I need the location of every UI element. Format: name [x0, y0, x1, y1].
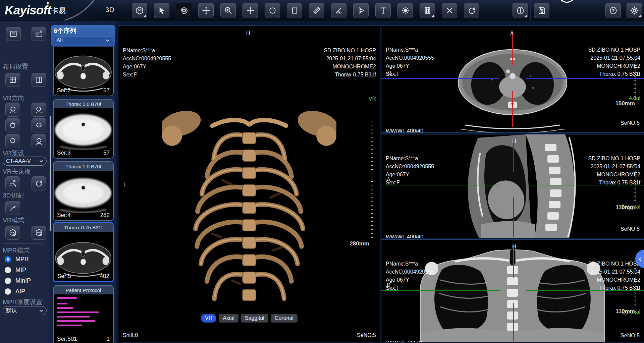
scalpel-button[interactable] [5, 201, 20, 215]
head-left-button[interactable] [5, 103, 20, 117]
series-count-value: 57 [103, 150, 110, 156]
wwwl-zoom-info: WW/WL:400/40Zoom:0.8 [386, 324, 423, 342]
head-top-button[interactable] [5, 118, 20, 132]
head-front-ears-button[interactable] [32, 118, 46, 132]
series-card-ser3[interactable]: Thorax 5.0 B70f Ser:357 [53, 99, 114, 159]
logo-text: Kayisoft [5, 3, 51, 17]
mpr-radio-aip[interactable]: AIP [5, 288, 25, 295]
rotate-3d-button[interactable] [176, 3, 192, 18]
rect-tool-button[interactable] [287, 3, 302, 18]
brightness-button[interactable] [397, 3, 413, 18]
window-level-button[interactable] [420, 3, 435, 18]
delete-button[interactable] [442, 3, 457, 18]
sidebar-divider [29, 26, 29, 42]
dicom-workstation: ✦ Kayisoft卡易 3D 3D [0, 0, 644, 343]
series-ser-label: Ser:501 [57, 336, 77, 342]
radio-selected-icon [5, 256, 11, 263]
orientation-marker-top: H [512, 138, 516, 145]
series-card-ser501[interactable]: Patient Protocol Ser:5011 [53, 285, 114, 343]
cobb-angle-button[interactable] [353, 3, 369, 18]
layout-list-button[interactable] [6, 27, 21, 41]
pan-tool-button[interactable] [198, 3, 214, 18]
coronal-viewport[interactable]: PName:S***aAccNO:0004920555Age:067YSex:F… [381, 239, 644, 342]
save-button[interactable] [534, 3, 549, 18]
chevron-down-icon [39, 309, 43, 312]
cut-3d-label: 3D切割 [3, 191, 23, 200]
vr-mode-vr-button[interactable]: VR [5, 226, 20, 240]
toolbar: ✦ Kayisoft卡易 3D 3D [0, 0, 644, 21]
reset-button[interactable] [464, 3, 479, 18]
patient-info: PName:S***aAccNO:0004920555Age:067YSex:F [386, 244, 434, 308]
view-3d-button[interactable]: 3D [132, 3, 147, 18]
pointer-tool-button[interactable] [154, 3, 169, 18]
scale-ruler [371, 121, 373, 241]
mode-label: 3D [105, 6, 114, 14]
layout-close-button[interactable] [32, 27, 46, 41]
series-filter-select[interactable]: All [54, 36, 112, 45]
view-label: VR [324, 95, 376, 103]
settings-button[interactable] [627, 3, 642, 18]
thumb-ct-lung [54, 162, 113, 220]
remove-bed-button[interactable] [5, 176, 20, 190]
study-info: SD ZIBO NO.1 HOSP2025-01-21 07:55:04MONO… [588, 138, 640, 227]
vr-preset-select[interactable]: CT-AAA-V [3, 157, 47, 166]
head-face-button[interactable] [32, 134, 46, 148]
crosshair-coronal-v[interactable] [513, 303, 514, 342]
help-button[interactable]: ? [605, 3, 621, 18]
ellipse-tool-button[interactable] [265, 3, 280, 18]
logo: ✦ Kayisoft卡易 [0, 0, 101, 21]
svg-text:3D: 3D [138, 9, 142, 12]
thumb-ct-axial [54, 223, 113, 281]
series-scrollbar[interactable] [50, 116, 51, 231]
vr-mode-mip-button[interactable]: MIP [32, 226, 46, 240]
thumb-ct-lung [54, 100, 113, 158]
axial-viewport[interactable]: PName:S***aAccNO:0004920555Age:067YSex:F… [381, 25, 644, 133]
angle-tool-button[interactable] [331, 3, 346, 18]
vr-preset-value: CT-AAA-V [6, 158, 31, 164]
orientation-marker-left: L [123, 181, 126, 187]
view-button-coronal[interactable]: Coronal [271, 314, 298, 323]
series-card-ser5-selected[interactable]: Thorax 0.75 B31f Ser:5402 [53, 222, 114, 282]
series-title: Thorax 1.0 B70f [54, 162, 113, 171]
vr-viewport[interactable]: PName:S***aAccNO:0004920555Age:067YSex:F… [118, 25, 380, 342]
crosshair-axial-v[interactable] [512, 33, 513, 65]
series-title: Thorax 0.75 B31f [54, 223, 113, 232]
crosshair-tool-button[interactable] [243, 3, 258, 18]
text-annotate-button[interactable] [375, 3, 391, 18]
series-header: 6个序列 All [51, 25, 115, 47]
bed-reset-button[interactable] [32, 176, 46, 190]
svg-text:VR: VR [11, 231, 14, 234]
crosshair-sagittal-v[interactable] [513, 197, 514, 237]
mpr-radio-mip[interactable]: MIP [5, 267, 26, 274]
toolbar-divider [122, 3, 122, 17]
series-card-ser4[interactable]: Thorax 1.0 B70f Ser:4282 [53, 161, 114, 221]
chevron-left-icon: ‹ [639, 254, 641, 264]
vr-mode-label: VR模式 [3, 216, 24, 225]
ruler-tool-button[interactable] [309, 3, 324, 18]
view-button-vr[interactable]: VR [201, 314, 216, 323]
patient-info: PName:S***aAccNO:0004920555Age:067YSex:F [386, 30, 434, 94]
series-count-value: 282 [100, 212, 110, 219]
seno-label: SeNO:5 [621, 225, 640, 233]
orientation-marker-left: R [387, 70, 391, 76]
toolbar-divider [530, 0, 531, 21]
crosshair-axial-v[interactable] [512, 91, 513, 127]
layout-grid-button[interactable] [5, 73, 20, 87]
mpr-radio-mpr[interactable]: MPR [5, 256, 29, 263]
layout-split-button[interactable] [32, 73, 46, 87]
mpr-thickness-select[interactable]: 默认 [3, 306, 47, 315]
radio-icon [5, 288, 11, 295]
sagittal-viewport[interactable]: PName:S***aAccNO:0004920555Age:067YSex:F… [381, 134, 644, 238]
head-back-button[interactable] [5, 134, 20, 148]
mpr-radio-minip[interactable]: MinIP [5, 277, 31, 284]
seno-label: SeNO:5 [621, 119, 640, 127]
head-right-button[interactable] [32, 103, 46, 117]
wwwl-zoom-info: WW/WL:400/40Zoom:0.6 [386, 111, 423, 133]
scale-label: 150mm [615, 100, 635, 107]
toolbar-divider [151, 3, 151, 17]
scale-label: 110mm [615, 204, 635, 211]
view-button-sagittal[interactable]: Saggital [241, 314, 268, 323]
view-button-axial[interactable]: Axial [219, 314, 238, 323]
info-button[interactable] [513, 3, 528, 18]
zoom-tool-button[interactable] [220, 3, 236, 18]
